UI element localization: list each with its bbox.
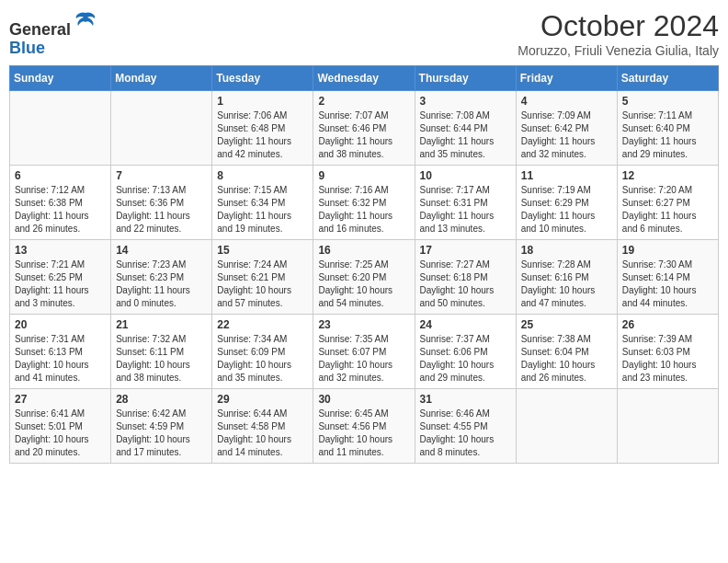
calendar-day-6: 6Sunrise: 7:12 AM Sunset: 6:38 PM Daylig… <box>10 166 111 240</box>
calendar-table: SundayMondayTuesdayWednesdayThursdayFrid… <box>9 65 719 464</box>
calendar-week-row: 20Sunrise: 7:31 AM Sunset: 6:13 PM Dayli… <box>10 315 719 389</box>
day-info: Sunrise: 7:20 AM Sunset: 6:27 PM Dayligh… <box>622 184 713 236</box>
weekday-header-tuesday: Tuesday <box>212 66 313 91</box>
day-number: 19 <box>622 244 713 257</box>
day-number: 30 <box>318 393 409 406</box>
day-number: 29 <box>217 393 308 406</box>
day-info: Sunrise: 7:34 AM Sunset: 6:09 PM Dayligh… <box>217 333 308 385</box>
calendar-day-26: 26Sunrise: 7:39 AM Sunset: 6:03 PM Dayli… <box>617 315 718 389</box>
calendar-day-14: 14Sunrise: 7:23 AM Sunset: 6:23 PM Dayli… <box>111 240 212 315</box>
logo: General Blue <box>9 9 98 58</box>
weekday-header-thursday: Thursday <box>415 66 516 91</box>
calendar-day-8: 8Sunrise: 7:15 AM Sunset: 6:34 PM Daylig… <box>212 166 313 240</box>
day-info: Sunrise: 6:41 AM Sunset: 5:01 PM Dayligh… <box>15 408 106 459</box>
day-number: 13 <box>15 244 106 257</box>
day-number: 14 <box>116 244 207 257</box>
calendar-day-17: 17Sunrise: 7:27 AM Sunset: 6:18 PM Dayli… <box>415 240 516 315</box>
day-info: Sunrise: 7:12 AM Sunset: 6:38 PM Dayligh… <box>15 184 106 236</box>
calendar-day-18: 18Sunrise: 7:28 AM Sunset: 6:16 PM Dayli… <box>516 240 617 315</box>
calendar-week-row: 6Sunrise: 7:12 AM Sunset: 6:38 PM Daylig… <box>10 166 719 240</box>
calendar-day-30: 30Sunrise: 6:45 AM Sunset: 4:56 PM Dayli… <box>313 389 415 464</box>
day-number: 1 <box>217 95 308 108</box>
calendar-day-31: 31Sunrise: 6:46 AM Sunset: 4:55 PM Dayli… <box>415 389 516 464</box>
day-number: 17 <box>420 244 511 257</box>
calendar-week-row: 13Sunrise: 7:21 AM Sunset: 6:25 PM Dayli… <box>10 240 719 315</box>
day-info: Sunrise: 7:06 AM Sunset: 6:48 PM Dayligh… <box>217 109 308 161</box>
day-info: Sunrise: 6:45 AM Sunset: 4:56 PM Dayligh… <box>318 408 409 459</box>
day-info: Sunrise: 7:19 AM Sunset: 6:29 PM Dayligh… <box>521 184 612 236</box>
day-info: Sunrise: 7:08 AM Sunset: 6:44 PM Dayligh… <box>420 109 511 161</box>
day-info: Sunrise: 7:11 AM Sunset: 6:40 PM Dayligh… <box>622 109 713 161</box>
day-info: Sunrise: 7:38 AM Sunset: 6:04 PM Dayligh… <box>521 333 612 385</box>
day-number: 8 <box>217 169 308 182</box>
day-info: Sunrise: 7:31 AM Sunset: 6:13 PM Dayligh… <box>15 333 106 385</box>
calendar-day-12: 12Sunrise: 7:20 AM Sunset: 6:27 PM Dayli… <box>617 166 718 240</box>
weekday-header-sunday: Sunday <box>10 66 111 91</box>
weekday-header-wednesday: Wednesday <box>313 66 415 91</box>
day-info: Sunrise: 7:24 AM Sunset: 6:21 PM Dayligh… <box>217 259 308 310</box>
calendar-day-15: 15Sunrise: 7:24 AM Sunset: 6:21 PM Dayli… <box>212 240 313 315</box>
calendar-day-19: 19Sunrise: 7:30 AM Sunset: 6:14 PM Dayli… <box>617 240 718 315</box>
page-header: General Blue October 2024 Moruzzo, Friul… <box>9 9 719 58</box>
weekday-header-saturday: Saturday <box>617 66 718 91</box>
day-info: Sunrise: 7:16 AM Sunset: 6:32 PM Dayligh… <box>318 184 409 236</box>
day-number: 20 <box>15 318 106 331</box>
day-info: Sunrise: 7:39 AM Sunset: 6:03 PM Dayligh… <box>622 333 713 385</box>
calendar-day-27: 27Sunrise: 6:41 AM Sunset: 5:01 PM Dayli… <box>10 389 111 464</box>
logo-blue: Blue <box>9 39 45 57</box>
calendar-day-13: 13Sunrise: 7:21 AM Sunset: 6:25 PM Dayli… <box>10 240 111 315</box>
day-number: 22 <box>217 318 308 331</box>
day-number: 26 <box>622 318 713 331</box>
day-number: 27 <box>15 393 106 406</box>
day-info: Sunrise: 7:27 AM Sunset: 6:18 PM Dayligh… <box>420 259 511 310</box>
calendar-day-21: 21Sunrise: 7:32 AM Sunset: 6:11 PM Dayli… <box>111 315 212 389</box>
day-info: Sunrise: 7:37 AM Sunset: 6:06 PM Dayligh… <box>420 333 511 385</box>
day-number: 9 <box>318 169 409 182</box>
empty-day <box>617 389 718 464</box>
empty-day <box>10 91 111 166</box>
day-number: 16 <box>318 244 409 257</box>
calendar-day-1: 1Sunrise: 7:06 AM Sunset: 6:48 PM Daylig… <box>212 91 313 166</box>
day-info: Sunrise: 7:35 AM Sunset: 6:07 PM Dayligh… <box>318 333 409 385</box>
day-number: 6 <box>15 169 106 182</box>
calendar-week-row: 27Sunrise: 6:41 AM Sunset: 5:01 PM Dayli… <box>10 389 719 464</box>
day-info: Sunrise: 7:17 AM Sunset: 6:31 PM Dayligh… <box>420 184 511 236</box>
day-info: Sunrise: 7:21 AM Sunset: 6:25 PM Dayligh… <box>15 259 106 310</box>
empty-day <box>111 91 212 166</box>
calendar-day-10: 10Sunrise: 7:17 AM Sunset: 6:31 PM Dayli… <box>415 166 516 240</box>
calendar-day-7: 7Sunrise: 7:13 AM Sunset: 6:36 PM Daylig… <box>111 166 212 240</box>
calendar-day-20: 20Sunrise: 7:31 AM Sunset: 6:13 PM Dayli… <box>10 315 111 389</box>
day-number: 11 <box>521 169 612 182</box>
day-number: 28 <box>116 393 207 406</box>
calendar-day-9: 9Sunrise: 7:16 AM Sunset: 6:32 PM Daylig… <box>313 166 415 240</box>
day-info: Sunrise: 6:44 AM Sunset: 4:58 PM Dayligh… <box>217 408 308 459</box>
empty-day <box>516 389 617 464</box>
weekday-header-row: SundayMondayTuesdayWednesdayThursdayFrid… <box>10 66 719 91</box>
calendar-day-16: 16Sunrise: 7:25 AM Sunset: 6:20 PM Dayli… <box>313 240 415 315</box>
calendar-day-23: 23Sunrise: 7:35 AM Sunset: 6:07 PM Dayli… <box>313 315 415 389</box>
day-number: 31 <box>420 393 511 406</box>
calendar-day-5: 5Sunrise: 7:11 AM Sunset: 6:40 PM Daylig… <box>617 91 718 166</box>
calendar-day-3: 3Sunrise: 7:08 AM Sunset: 6:44 PM Daylig… <box>415 91 516 166</box>
day-number: 2 <box>318 95 409 108</box>
day-number: 21 <box>116 318 207 331</box>
day-info: Sunrise: 7:13 AM Sunset: 6:36 PM Dayligh… <box>116 184 207 236</box>
day-number: 15 <box>217 244 308 257</box>
day-number: 5 <box>622 95 713 108</box>
day-number: 3 <box>420 95 511 108</box>
calendar-day-25: 25Sunrise: 7:38 AM Sunset: 6:04 PM Dayli… <box>516 315 617 389</box>
title-block: October 2024 Moruzzo, Friuli Venezia Giu… <box>518 9 719 58</box>
day-number: 10 <box>420 169 511 182</box>
day-number: 12 <box>622 169 713 182</box>
logo-general: General <box>9 20 71 39</box>
calendar-day-29: 29Sunrise: 6:44 AM Sunset: 4:58 PM Dayli… <box>212 389 313 464</box>
day-info: Sunrise: 7:28 AM Sunset: 6:16 PM Dayligh… <box>521 259 612 310</box>
day-info: Sunrise: 7:23 AM Sunset: 6:23 PM Dayligh… <box>116 259 207 310</box>
day-number: 24 <box>420 318 511 331</box>
calendar-day-22: 22Sunrise: 7:34 AM Sunset: 6:09 PM Dayli… <box>212 315 313 389</box>
day-info: Sunrise: 6:46 AM Sunset: 4:55 PM Dayligh… <box>420 408 511 459</box>
calendar-day-28: 28Sunrise: 6:42 AM Sunset: 4:59 PM Dayli… <box>111 389 212 464</box>
calendar-day-24: 24Sunrise: 7:37 AM Sunset: 6:06 PM Dayli… <box>415 315 516 389</box>
calendar-day-4: 4Sunrise: 7:09 AM Sunset: 6:42 PM Daylig… <box>516 91 617 166</box>
day-number: 18 <box>521 244 612 257</box>
